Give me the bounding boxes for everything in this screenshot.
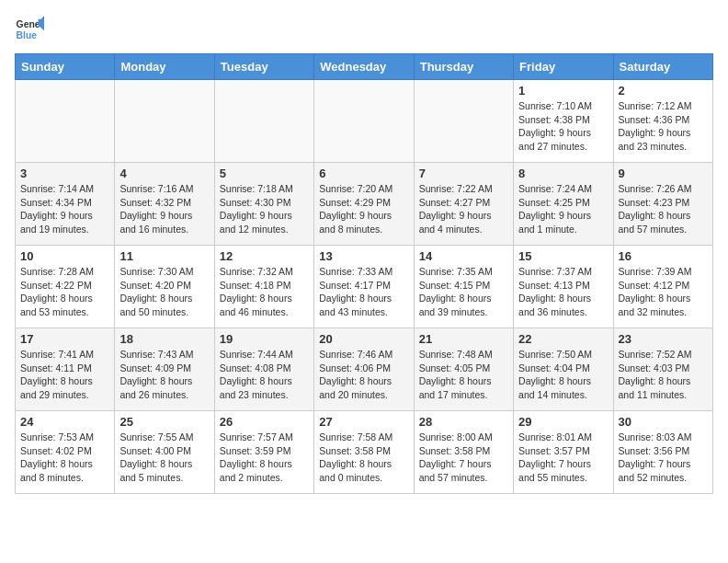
calendar-header-monday: Monday [115, 54, 214, 80]
cell-info: Sunrise: 8:01 AM Sunset: 3:57 PM Dayligh… [518, 431, 608, 485]
logo: General Blue [15, 15, 44, 44]
calendar-cell: 20Sunrise: 7:46 AM Sunset: 4:06 PM Dayli… [314, 328, 414, 411]
day-number: 13 [319, 249, 408, 263]
day-number: 29 [518, 415, 608, 429]
calendar-cell: 10Sunrise: 7:28 AM Sunset: 4:22 PM Dayli… [16, 246, 115, 328]
calendar-header-wednesday: Wednesday [314, 54, 414, 80]
cell-info: Sunrise: 7:16 AM Sunset: 4:32 PM Dayligh… [119, 182, 209, 236]
cell-info: Sunrise: 7:22 AM Sunset: 4:27 PM Dayligh… [419, 182, 508, 236]
cell-info: Sunrise: 7:24 AM Sunset: 4:25 PM Dayligh… [518, 182, 608, 236]
cell-info: Sunrise: 8:00 AM Sunset: 3:58 PM Dayligh… [419, 431, 508, 485]
cell-info: Sunrise: 7:14 AM Sunset: 4:34 PM Dayligh… [20, 182, 109, 236]
calendar-week-4: 17Sunrise: 7:41 AM Sunset: 4:11 PM Dayli… [16, 328, 713, 411]
calendar-header-thursday: Thursday [414, 54, 513, 80]
calendar-cell: 23Sunrise: 7:52 AM Sunset: 4:03 PM Dayli… [613, 328, 712, 411]
calendar-body: 1Sunrise: 7:10 AM Sunset: 4:38 PM Daylig… [16, 80, 713, 494]
calendar-week-5: 24Sunrise: 7:53 AM Sunset: 4:02 PM Dayli… [16, 411, 713, 494]
day-number: 30 [619, 415, 708, 429]
calendar-cell: 30Sunrise: 8:03 AM Sunset: 3:56 PM Dayli… [613, 411, 712, 494]
calendar-cell: 8Sunrise: 7:24 AM Sunset: 4:25 PM Daylig… [514, 163, 613, 246]
calendar-week-2: 3Sunrise: 7:14 AM Sunset: 4:34 PM Daylig… [16, 163, 713, 246]
day-number: 19 [220, 332, 309, 346]
calendar-cell [214, 80, 313, 163]
calendar-cell: 17Sunrise: 7:41 AM Sunset: 4:11 PM Dayli… [16, 328, 115, 411]
calendar-header-saturday: Saturday [613, 54, 712, 80]
calendar-cell: 7Sunrise: 7:22 AM Sunset: 4:27 PM Daylig… [414, 163, 513, 246]
cell-info: Sunrise: 7:37 AM Sunset: 4:13 PM Dayligh… [518, 265, 608, 319]
day-number: 28 [419, 415, 508, 429]
day-number: 23 [619, 332, 708, 346]
calendar-cell: 16Sunrise: 7:39 AM Sunset: 4:12 PM Dayli… [613, 246, 712, 328]
calendar-cell: 9Sunrise: 7:26 AM Sunset: 4:23 PM Daylig… [613, 163, 712, 246]
day-number: 17 [20, 332, 109, 346]
calendar-cell: 6Sunrise: 7:20 AM Sunset: 4:29 PM Daylig… [314, 163, 414, 246]
logo-icon: General Blue [15, 15, 44, 44]
cell-info: Sunrise: 7:52 AM Sunset: 4:03 PM Dayligh… [619, 348, 708, 402]
day-number: 7 [419, 167, 508, 180]
day-number: 15 [518, 249, 608, 263]
calendar-table: SundayMondayTuesdayWednesdayThursdayFrid… [15, 53, 713, 494]
calendar-cell: 3Sunrise: 7:14 AM Sunset: 4:34 PM Daylig… [16, 163, 115, 246]
cell-info: Sunrise: 7:32 AM Sunset: 4:18 PM Dayligh… [220, 265, 309, 319]
cell-info: Sunrise: 7:39 AM Sunset: 4:12 PM Dayligh… [619, 265, 708, 319]
calendar-header-sunday: Sunday [16, 54, 115, 80]
calendar-cell: 24Sunrise: 7:53 AM Sunset: 4:02 PM Dayli… [16, 411, 115, 494]
calendar-cell: 5Sunrise: 7:18 AM Sunset: 4:30 PM Daylig… [214, 163, 313, 246]
cell-info: Sunrise: 7:30 AM Sunset: 4:20 PM Dayligh… [119, 265, 209, 319]
calendar-cell [115, 80, 214, 163]
cell-info: Sunrise: 7:18 AM Sunset: 4:30 PM Dayligh… [220, 182, 309, 236]
day-number: 22 [518, 332, 608, 346]
day-number: 10 [20, 249, 109, 263]
cell-info: Sunrise: 7:57 AM Sunset: 3:59 PM Dayligh… [220, 431, 309, 485]
calendar-cell [16, 80, 115, 163]
svg-text:Blue: Blue [17, 30, 38, 40]
header: General Blue [15, 15, 713, 44]
day-number: 27 [319, 415, 408, 429]
calendar-cell: 2Sunrise: 7:12 AM Sunset: 4:36 PM Daylig… [613, 80, 712, 163]
svg-marker-3 [41, 17, 44, 19]
calendar-week-3: 10Sunrise: 7:28 AM Sunset: 4:22 PM Dayli… [16, 246, 713, 328]
cell-info: Sunrise: 7:41 AM Sunset: 4:11 PM Dayligh… [20, 348, 109, 402]
cell-info: Sunrise: 7:20 AM Sunset: 4:29 PM Dayligh… [319, 182, 408, 236]
calendar-cell: 22Sunrise: 7:50 AM Sunset: 4:04 PM Dayli… [514, 328, 613, 411]
cell-info: Sunrise: 7:10 AM Sunset: 4:38 PM Dayligh… [518, 99, 608, 154]
day-number: 26 [220, 415, 309, 429]
day-number: 8 [518, 167, 608, 180]
cell-info: Sunrise: 7:12 AM Sunset: 4:36 PM Dayligh… [619, 99, 708, 154]
calendar-cell [314, 80, 414, 163]
day-number: 9 [619, 167, 708, 180]
calendar-cell: 29Sunrise: 8:01 AM Sunset: 3:57 PM Dayli… [514, 411, 613, 494]
cell-info: Sunrise: 7:48 AM Sunset: 4:05 PM Dayligh… [419, 348, 508, 402]
cell-info: Sunrise: 7:50 AM Sunset: 4:04 PM Dayligh… [518, 348, 608, 402]
cell-info: Sunrise: 8:03 AM Sunset: 3:56 PM Dayligh… [619, 431, 708, 485]
cell-info: Sunrise: 7:43 AM Sunset: 4:09 PM Dayligh… [119, 348, 209, 402]
cell-info: Sunrise: 7:53 AM Sunset: 4:02 PM Dayligh… [20, 431, 109, 485]
calendar-header-tuesday: Tuesday [214, 54, 313, 80]
calendar-cell [414, 80, 513, 163]
cell-info: Sunrise: 7:33 AM Sunset: 4:17 PM Dayligh… [319, 265, 408, 319]
cell-info: Sunrise: 7:35 AM Sunset: 4:15 PM Dayligh… [419, 265, 508, 319]
calendar-cell: 13Sunrise: 7:33 AM Sunset: 4:17 PM Dayli… [314, 246, 414, 328]
calendar-cell: 18Sunrise: 7:43 AM Sunset: 4:09 PM Dayli… [115, 328, 214, 411]
calendar-week-1: 1Sunrise: 7:10 AM Sunset: 4:38 PM Daylig… [16, 80, 713, 163]
day-number: 25 [119, 415, 209, 429]
day-number: 2 [619, 84, 708, 98]
calendar-cell: 26Sunrise: 7:57 AM Sunset: 3:59 PM Dayli… [214, 411, 313, 494]
day-number: 3 [20, 167, 109, 180]
day-number: 14 [419, 249, 508, 263]
day-number: 21 [419, 332, 508, 346]
calendar-cell: 27Sunrise: 7:58 AM Sunset: 3:58 PM Dayli… [314, 411, 414, 494]
calendar-cell: 14Sunrise: 7:35 AM Sunset: 4:15 PM Dayli… [414, 246, 513, 328]
day-number: 18 [119, 332, 209, 346]
day-number: 4 [119, 167, 209, 180]
calendar-cell: 12Sunrise: 7:32 AM Sunset: 4:18 PM Dayli… [214, 246, 313, 328]
cell-info: Sunrise: 7:26 AM Sunset: 4:23 PM Dayligh… [619, 182, 708, 236]
cell-info: Sunrise: 7:28 AM Sunset: 4:22 PM Dayligh… [20, 265, 109, 319]
day-number: 5 [220, 167, 309, 180]
cell-info: Sunrise: 7:46 AM Sunset: 4:06 PM Dayligh… [319, 348, 408, 402]
calendar-cell: 28Sunrise: 8:00 AM Sunset: 3:58 PM Dayli… [414, 411, 513, 494]
calendar-cell: 11Sunrise: 7:30 AM Sunset: 4:20 PM Dayli… [115, 246, 214, 328]
calendar-cell: 19Sunrise: 7:44 AM Sunset: 4:08 PM Dayli… [214, 328, 313, 411]
day-number: 1 [518, 84, 608, 98]
calendar-cell: 15Sunrise: 7:37 AM Sunset: 4:13 PM Dayli… [514, 246, 613, 328]
